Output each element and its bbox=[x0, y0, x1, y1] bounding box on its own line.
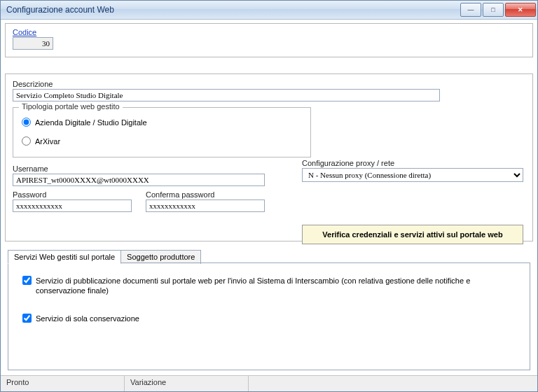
service-publication-row: Servizio di pubblicazione documenti sul … bbox=[22, 276, 516, 295]
proxy-group: Configurazione proxy / rete N - Nessun p… bbox=[302, 159, 523, 182]
status-mid: Variazione bbox=[125, 376, 249, 391]
window-title: Configurazione account Web bbox=[6, 5, 460, 15]
maximize-button[interactable]: □ bbox=[483, 3, 504, 17]
service-publication-checkbox[interactable] bbox=[22, 276, 32, 285]
window: Configurazione account Web — □ ✕ Codice … bbox=[0, 0, 538, 392]
password-label: Password bbox=[13, 190, 132, 199]
status-left: Pronto bbox=[1, 376, 125, 391]
code-label[interactable]: Codice bbox=[13, 28, 525, 36]
description-field[interactable] bbox=[13, 89, 440, 102]
radio-azienda-digitale-input[interactable] bbox=[22, 118, 31, 127]
username-field[interactable] bbox=[13, 174, 265, 186]
tab-soggetto-produttore[interactable]: Soggetto produttore bbox=[120, 250, 201, 264]
client-area: Codice Descrizione Tipologia portale web… bbox=[1, 19, 537, 374]
password-field[interactable] bbox=[13, 200, 132, 212]
window-buttons: — □ ✕ bbox=[460, 3, 536, 17]
portal-type-legend: Tipologia portale web gestito bbox=[19, 102, 123, 111]
statusbar: Pronto Variazione bbox=[1, 375, 537, 391]
radio-azienda-digitale[interactable]: Azienda Digitale / Studio Digitale bbox=[22, 118, 302, 127]
service-conservation-checkbox[interactable] bbox=[22, 314, 32, 323]
radio-arxivar-input[interactable] bbox=[22, 136, 31, 146]
confirm-password-field[interactable] bbox=[146, 200, 265, 212]
service-conservation-row: Servizio di sola conservazione bbox=[22, 314, 516, 323]
tab-soggetto-produttore-label: Soggetto produttore bbox=[127, 253, 195, 261]
tab-body: Servizio di pubblicazione documenti sul … bbox=[8, 262, 530, 370]
minimize-button[interactable]: — bbox=[460, 3, 481, 17]
proxy-select[interactable]: N - Nessun proxy (Connessione diretta) bbox=[302, 168, 523, 182]
code-group: Codice bbox=[5, 23, 533, 57]
proxy-label: Configurazione proxy / rete bbox=[302, 159, 523, 167]
portal-type-group: Tipologia portale web gestito Azienda Di… bbox=[13, 107, 311, 158]
verify-credentials-button[interactable]: Verifica credenziali e servizi attivi su… bbox=[302, 225, 523, 244]
titlebar: Configurazione account Web — □ ✕ bbox=[1, 1, 537, 20]
radio-arxivar[interactable]: ArXivar bbox=[22, 136, 302, 146]
description-label: Descrizione bbox=[13, 80, 525, 88]
main-group: Descrizione Tipologia portale web gestit… bbox=[5, 74, 533, 241]
close-button[interactable]: ✕ bbox=[505, 3, 536, 17]
code-field bbox=[13, 37, 53, 50]
radio-arxivar-label: ArXivar bbox=[35, 137, 60, 146]
service-conservation-label: Servizio di sola conservazione bbox=[36, 314, 139, 323]
service-publication-label: Servizio di pubblicazione documenti sul … bbox=[36, 276, 484, 295]
tab-servizi-web[interactable]: Servizi Web gestiti sul portale bbox=[8, 250, 121, 264]
confirm-password-label: Conferma password bbox=[146, 190, 265, 199]
tab-servizi-web-label: Servizi Web gestiti sul portale bbox=[14, 253, 115, 261]
tabs: Servizi Web gestiti sul portale Soggetto… bbox=[8, 250, 200, 264]
verify-credentials-label: Verifica credenziali e servizi attivi su… bbox=[322, 230, 502, 239]
radio-azienda-digitale-label: Azienda Digitale / Studio Digitale bbox=[35, 118, 147, 127]
